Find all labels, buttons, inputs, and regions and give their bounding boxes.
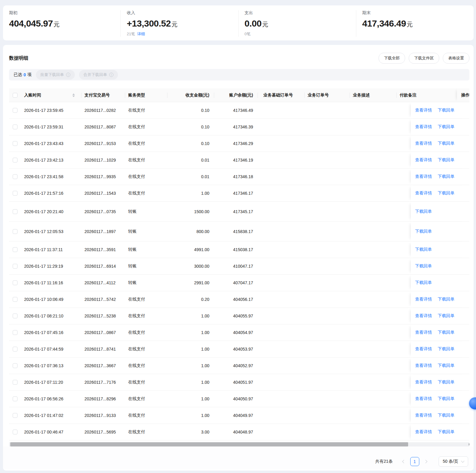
row-checkbox[interactable]	[13, 229, 17, 234]
cell-txn-id: 20260117...8296	[81, 396, 125, 401]
view-detail-link[interactable]: 查看详情	[415, 191, 432, 196]
download-receipt-link[interactable]: 下载回单	[415, 229, 432, 234]
view-detail-link[interactable]: 查看详情	[415, 313, 432, 319]
download-receipt-link[interactable]: 下载回单	[438, 141, 455, 146]
download-receipt-link[interactable]: 下载回单	[438, 174, 455, 179]
horizontal-scrollbar[interactable]	[9, 442, 469, 446]
next-page-button[interactable]	[422, 457, 431, 466]
row-checkbox[interactable]	[13, 280, 17, 285]
row-checkbox[interactable]	[13, 330, 17, 335]
view-detail-link[interactable]: 查看详情	[415, 346, 432, 352]
sort-icon[interactable]	[72, 93, 75, 97]
view-detail-link[interactable]: 查看详情	[415, 413, 432, 418]
download-receipt-link[interactable]: 下载回单	[438, 157, 455, 163]
view-detail-link[interactable]: 查看详情	[415, 396, 432, 402]
table-row: 2026-01-17 01:47:02 20260117...9133 在线支付…	[9, 407, 469, 424]
download-receipt-link[interactable]: 下载回单	[438, 396, 455, 402]
row-checkbox[interactable]	[13, 191, 17, 196]
scroll-right-arrow[interactable]	[467, 442, 469, 446]
cell-amount: 1.00	[167, 191, 214, 196]
row-checkbox[interactable]	[13, 108, 17, 113]
view-detail-link[interactable]: 查看详情	[415, 380, 432, 385]
view-detail-link[interactable]: 查看详情	[415, 141, 432, 146]
download-receipt-link[interactable]: 下载回单	[415, 280, 432, 285]
row-checkbox[interactable]	[13, 430, 17, 434]
cell-balance: 407047.17	[214, 280, 258, 285]
cell-actions: 下载回单	[411, 258, 469, 274]
row-checkbox[interactable]	[13, 347, 17, 352]
cell-type: 在线支付	[125, 429, 167, 435]
cell-actions: 查看详情下载回单	[411, 341, 469, 357]
cell-actions: 查看详情下载回单	[411, 119, 469, 135]
cell-amount: 1.00	[167, 380, 214, 385]
view-detail-link[interactable]: 查看详情	[415, 108, 432, 113]
download-receipt-link[interactable]: 下载回单	[438, 313, 455, 319]
row-checkbox[interactable]	[13, 125, 17, 129]
view-detail-link[interactable]: 查看详情	[415, 429, 432, 435]
cell-balance: 404051.97	[214, 380, 258, 385]
cell-txn-id: 20260117...0282	[81, 108, 125, 113]
download-file-zone-button[interactable]: 下载文件区	[409, 53, 439, 64]
cell-balance: 417346.29	[214, 141, 258, 146]
download-all-button[interactable]: 下载全部	[379, 53, 405, 64]
download-receipt-link[interactable]: 下载回单	[438, 297, 455, 302]
scrollbar-thumb[interactable]	[10, 442, 408, 446]
row-checkbox[interactable]	[13, 209, 17, 214]
download-receipt-link[interactable]: 下载回单	[415, 209, 432, 214]
column-header-time[interactable]: 入账时间	[21, 93, 81, 98]
download-receipt-link[interactable]: 下载回单	[438, 330, 455, 335]
income-count: 21笔	[127, 32, 135, 36]
cell-time: 2026-01-17 21:57:16	[21, 191, 81, 196]
cell-actions: 查看详情下载回单	[411, 102, 469, 118]
view-detail-link[interactable]: 查看详情	[415, 124, 432, 130]
prev-page-button[interactable]	[399, 457, 408, 466]
row-checkbox[interactable]	[13, 297, 17, 302]
page-size-select[interactable]: 50 条/页	[439, 456, 468, 467]
view-detail-link[interactable]: 查看详情	[415, 157, 432, 163]
download-receipt-link[interactable]: 下载回单	[438, 108, 455, 113]
summary-sub: 0笔	[245, 31, 356, 37]
row-checkbox[interactable]	[13, 174, 17, 179]
summary-label: 支出	[245, 10, 356, 16]
view-detail-link[interactable]: 查看详情	[415, 297, 432, 302]
download-receipt-link[interactable]: 下载回单	[415, 247, 432, 252]
download-receipt-link[interactable]: 下载回单	[438, 363, 455, 368]
cell-txn-id: 20260117...0867	[81, 330, 125, 335]
download-receipt-link[interactable]: 下载回单	[415, 263, 432, 269]
download-receipt-link[interactable]: 下载回单	[438, 124, 455, 130]
view-detail-link[interactable]: 查看详情	[415, 330, 432, 335]
download-receipt-link[interactable]: 下载回单	[438, 413, 455, 418]
download-receipt-link[interactable]: 下载回单	[438, 380, 455, 385]
row-checkbox[interactable]	[13, 314, 17, 318]
download-receipt-link[interactable]: 下载回单	[438, 346, 455, 352]
view-detail-link[interactable]: 查看详情	[415, 363, 432, 368]
cell-amount: 3.00	[167, 430, 214, 434]
cell-amount: 0.10	[167, 125, 214, 129]
row-checkbox[interactable]	[13, 380, 17, 385]
select-all-checkbox[interactable]	[13, 93, 17, 98]
merge-download-button[interactable]: 合并下载回单	[79, 70, 118, 80]
page-number-button[interactable]: 1	[410, 457, 419, 466]
scrollbar-track[interactable]	[10, 442, 467, 446]
row-checkbox[interactable]	[13, 264, 17, 269]
page-title: 数据明细	[9, 55, 28, 61]
view-detail-link[interactable]: 查看详情	[415, 174, 432, 179]
row-checkbox[interactable]	[13, 363, 17, 368]
download-receipt-link[interactable]: 下载回单	[438, 429, 455, 435]
cell-amount: 0.10	[167, 108, 214, 113]
table-settings-button[interactable]: 表格设置	[443, 53, 469, 64]
row-checkbox[interactable]	[13, 141, 17, 146]
row-checkbox[interactable]	[13, 396, 17, 401]
download-receipt-link[interactable]: 下载回单	[438, 191, 455, 196]
unit-label: 元	[53, 21, 59, 28]
income-detail-link[interactable]: 详细	[137, 32, 145, 36]
row-checkbox[interactable]	[13, 413, 17, 418]
cell-txn-id: 20260117...8087	[81, 125, 125, 129]
cell-balance: 417346.39	[214, 125, 258, 129]
selected-prefix: 已选	[14, 72, 22, 77]
cell-amount: 1500.00	[167, 209, 214, 214]
row-checkbox[interactable]	[13, 158, 17, 162]
column-header-base-order: 业务基础订单号	[258, 93, 305, 98]
row-checkbox[interactable]	[13, 247, 17, 252]
batch-download-button[interactable]: 批量下载回单	[36, 70, 75, 80]
